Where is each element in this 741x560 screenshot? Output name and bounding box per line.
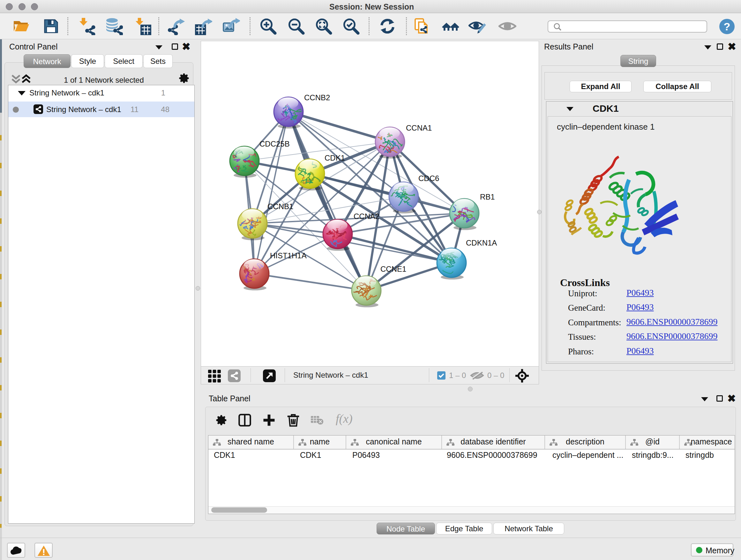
- svg-text:CCNA2: CCNA2: [354, 212, 380, 221]
- svg-text:CDK1: CDK1: [325, 153, 345, 162]
- svg-text:CCNB1: CCNB1: [267, 202, 293, 211]
- svg-text:CDKN1A: CDKN1A: [466, 239, 497, 247]
- svg-text:CCNA1: CCNA1: [406, 124, 432, 132]
- svg-text:CDC6: CDC6: [418, 174, 439, 183]
- svg-text:CDC25B: CDC25B: [259, 139, 290, 148]
- svg-text:RB1: RB1: [480, 192, 495, 201]
- svg-text:CCNB2: CCNB2: [304, 93, 330, 102]
- svg-text:HIST1H1A: HIST1H1A: [270, 251, 307, 260]
- svg-text:CCNE1: CCNE1: [381, 265, 406, 273]
